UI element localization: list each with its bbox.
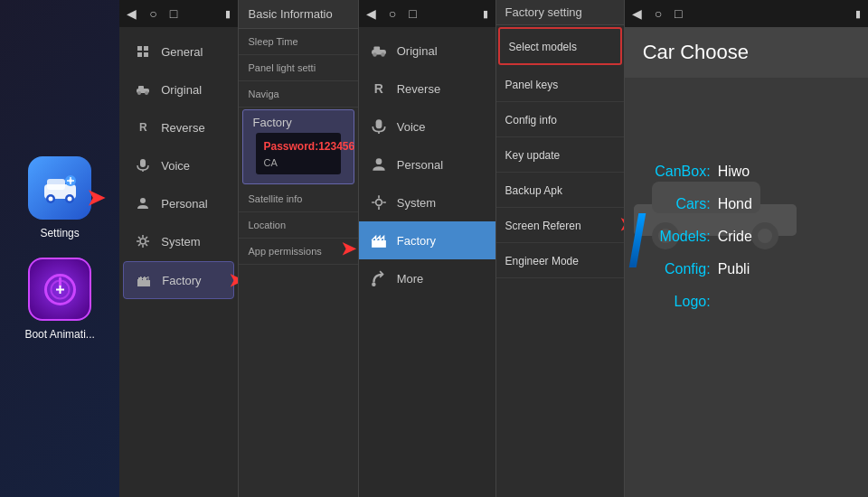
reverse-label: Reverse xyxy=(161,121,204,135)
satellite-item[interactable]: Satellite info xyxy=(239,186,357,212)
back-icon-6[interactable]: ◀ xyxy=(632,6,642,21)
svg-point-21 xyxy=(140,239,146,244)
svg-point-32 xyxy=(375,200,382,206)
recent-icon-4[interactable]: □ xyxy=(409,6,416,21)
status-bar-6: ◀ ○ □ ▮ xyxy=(625,0,868,27)
arrow-2: ➤ xyxy=(229,269,239,291)
naviga-item[interactable]: Naviga xyxy=(239,81,357,108)
boot-animation-app[interactable]: Boot Animati... xyxy=(24,258,94,341)
panel-factory-settings: Factory setting Select models Panel keys… xyxy=(496,0,625,497)
svg-rect-10 xyxy=(137,46,142,51)
voice-label: Voice xyxy=(161,159,190,173)
recent-icon-6[interactable]: □ xyxy=(675,6,682,21)
status-icons-2: ▮ xyxy=(225,8,231,20)
menu-item-system[interactable]: System xyxy=(123,223,234,259)
factory-item-backup-apk[interactable]: Backup Apk xyxy=(496,173,624,208)
factory-icon xyxy=(135,271,153,289)
key-update-text: Key update xyxy=(505,149,561,162)
menu-item-voice[interactable]: Voice xyxy=(123,147,234,183)
location-item[interactable]: Location xyxy=(239,212,357,239)
factory-menu-original[interactable]: Original xyxy=(359,32,495,70)
panel-car-choose: ◀ ○ □ ▮ Car Choose CanBox: Hiwo Cars: xyxy=(625,0,868,497)
fmenu-system-icon xyxy=(370,193,388,211)
recent-icon-2[interactable]: □ xyxy=(170,6,177,21)
back-icon-2[interactable]: ◀ xyxy=(127,6,137,21)
logo-row: Logo: xyxy=(643,294,850,310)
models-key: Models: xyxy=(643,229,711,245)
sleep-time-label: Sleep Time xyxy=(248,36,348,47)
factory-highlight-box: Factory Password:123456 CA xyxy=(242,109,354,184)
battery-icon-4: ▮ xyxy=(483,8,488,20)
factory-item-select-models[interactable]: Select models xyxy=(498,27,622,65)
canbox-row: CanBox: Hiwo xyxy=(643,164,850,180)
factory-box-label: Factory xyxy=(252,116,344,129)
status-bar-2: ◀ ○ □ ▮ xyxy=(119,0,238,27)
arrow-3-container: ➤ xyxy=(341,238,356,259)
menu-item-reverse[interactable]: R Reverse xyxy=(123,109,234,145)
backup-apk-text: Backup Apk xyxy=(505,184,562,197)
factory-item-screen-ref[interactable]: Screen Referen xyxy=(496,208,624,243)
original-icon xyxy=(134,80,152,98)
factory-menu-more[interactable]: More xyxy=(359,259,495,297)
car-choose-title: Car Choose xyxy=(643,41,850,64)
factory-item-key-update[interactable]: Key update xyxy=(496,137,624,173)
svg-point-34 xyxy=(372,283,376,287)
models-value: Cride xyxy=(718,229,752,245)
factory-item-engineer-mode[interactable]: Engineer Mode xyxy=(496,243,624,278)
sleep-time-item[interactable]: Sleep Time xyxy=(239,29,357,55)
reverse-icon: R xyxy=(134,118,152,136)
panel-factory-menu: ◀ ○ □ ▮ Original R Reverse Voice xyxy=(359,0,496,497)
svg-rect-5 xyxy=(47,179,65,190)
basic-info-title: Basic Informatio xyxy=(248,7,332,21)
menu-item-general[interactable]: General xyxy=(123,33,234,70)
svg-point-15 xyxy=(137,91,141,95)
factory-menu-reverse[interactable]: R Reverse xyxy=(359,70,495,108)
svg-point-7 xyxy=(69,179,72,183)
back-icon-4[interactable]: ◀ xyxy=(366,6,376,21)
menu-item-original[interactable]: Original xyxy=(123,71,234,108)
general-label: General xyxy=(161,45,203,59)
boot-app-icon xyxy=(28,258,91,321)
status-icons-6: ▮ xyxy=(855,8,861,20)
factory-menu-system[interactable]: System xyxy=(359,183,495,221)
arrow-1: ➤ xyxy=(87,185,105,211)
status-icons-4: ▮ xyxy=(483,8,488,20)
factory-item-config-info[interactable]: Config info xyxy=(496,102,624,137)
fmenu-original-icon xyxy=(370,42,388,60)
factory-menu-personal[interactable]: Personal xyxy=(359,145,495,183)
fmenu-original-label: Original xyxy=(397,44,438,58)
cars-key: Cars: xyxy=(643,196,711,212)
svg-point-16 xyxy=(145,91,148,95)
svg-point-31 xyxy=(375,158,382,164)
battery-icon-6: ▮ xyxy=(855,8,861,20)
config-info-text: Config info xyxy=(505,114,557,127)
factory-settings-title: Factory setting xyxy=(505,5,582,19)
car-choose-content: CanBox: Hiwo Cars: Hond Models: Cride Co… xyxy=(625,150,868,340)
svg-rect-28 xyxy=(373,47,380,52)
battery-icon-2: ▮ xyxy=(225,8,231,20)
panel-light-item[interactable]: Panel light setti xyxy=(239,55,357,81)
home-icon-6[interactable]: ○ xyxy=(655,6,662,21)
fmenu-factory-label: Factory xyxy=(397,234,436,248)
settings-app[interactable]: Settings ➤ xyxy=(28,156,91,239)
home-icon-4[interactable]: ○ xyxy=(389,6,396,21)
factory-menu-list: Original R Reverse Voice Personal System xyxy=(359,27,495,297)
fmenu-more-label: More xyxy=(397,272,424,286)
menu-item-personal[interactable]: Personal xyxy=(123,185,234,221)
svg-rect-17 xyxy=(138,86,144,90)
engineer-mode-text: Engineer Mode xyxy=(505,255,579,267)
settings-menu-list: General Original R Reverse Voice Persona… xyxy=(119,27,238,299)
system-label: System xyxy=(161,235,200,248)
config-row: Config: Publi xyxy=(643,261,850,277)
original-label: Original xyxy=(161,83,202,97)
can-label: CA xyxy=(263,157,277,168)
menu-item-factory[interactable]: Factory ➤ xyxy=(123,261,234,299)
fmenu-reverse-label: Reverse xyxy=(397,82,440,96)
logo-key: Logo: xyxy=(643,294,711,310)
home-icon-2[interactable]: ○ xyxy=(149,6,156,21)
factory-menu-voice[interactable]: Voice xyxy=(359,108,495,145)
status-bar-4: ◀ ○ □ ▮ xyxy=(359,0,495,27)
fmenu-more-icon xyxy=(370,269,388,287)
factory-item-panel-keys[interactable]: Panel keys xyxy=(496,67,624,102)
factory-menu-factory[interactable]: Factory xyxy=(359,221,495,259)
